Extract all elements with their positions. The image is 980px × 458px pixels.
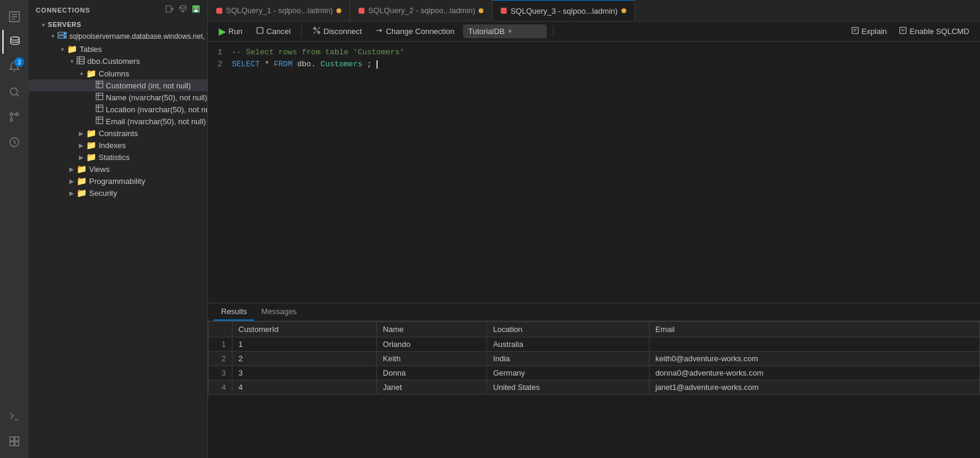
- svg-point-4: [11, 37, 20, 41]
- new-connection-icon[interactable]: [166, 5, 174, 15]
- svg-rect-35: [96, 93, 103, 100]
- cell-name-1: Keith: [376, 352, 486, 366]
- change-connection-button[interactable]: Change Connection: [370, 24, 460, 38]
- security-folder-icon: 📁: [76, 188, 87, 198]
- indexes-arrow: ▶: [76, 142, 86, 149]
- cell-name-3: Janet: [376, 380, 486, 395]
- programmability-section[interactable]: ▶ 📁 Programmability: [29, 175, 207, 187]
- tables-section[interactable]: ▾ 📁 Tables: [29, 43, 207, 55]
- table-header-row: CustomerId Name Location Email: [209, 322, 980, 337]
- cell-rownum-0: 1: [209, 337, 232, 352]
- constraints-section[interactable]: ▶ 📁 Constraints: [29, 127, 207, 139]
- disconnect-button[interactable]: Disconnect: [308, 24, 366, 38]
- add-server-icon[interactable]: [179, 5, 187, 15]
- views-section[interactable]: ▶ 📁 Views: [29, 163, 207, 175]
- toolbar: ▶ Run Cancel Disconnect: [208, 21, 980, 42]
- indexes-section[interactable]: ▶ 📁 Indexes: [29, 139, 207, 151]
- extensions-icon[interactable]: [2, 429, 26, 453]
- run-button[interactable]: ▶ Run: [214, 24, 247, 39]
- servers-label: SERVERS: [48, 21, 81, 28]
- chevron-down-icon: ▼: [507, 28, 541, 35]
- column-icon-4: [96, 116, 103, 126]
- cell-rownum-2: 3: [209, 366, 232, 380]
- results-tabs: Results Messages: [208, 303, 980, 321]
- table-name: dbo.Customers: [87, 57, 140, 66]
- columns-section[interactable]: ▾ 📁 Columns: [29, 67, 207, 79]
- svg-rect-15: [10, 442, 14, 446]
- editor-area[interactable]: 1 -- Select rows from table 'Customers' …: [208, 42, 980, 303]
- database-value: TutorialDB: [468, 27, 505, 36]
- files-icon[interactable]: [2, 5, 26, 29]
- tab1-dot: [336, 8, 341, 13]
- cell-location-0: Australia: [487, 337, 650, 352]
- column-email[interactable]: ▶ Email (nvarchar(50), not null): [29, 115, 207, 127]
- cell-name-2: Donna: [376, 366, 486, 380]
- cell-rownum-1: 2: [209, 352, 232, 366]
- tab-bar: SQLQuery_1 - sqlpoo...ladmin) SQLQuery_2…: [208, 0, 980, 21]
- explain-button[interactable]: Explain: [846, 24, 892, 38]
- source-control-icon[interactable]: [2, 105, 26, 129]
- cell-customerid-0: 1: [232, 337, 377, 352]
- editor-line-2: 2 SELECT * FROM dbo. Customers ;: [208, 59, 980, 70]
- line-number-1: 1: [208, 47, 232, 59]
- cell-location-1: India: [487, 352, 650, 366]
- servers-section[interactable]: ▾ SERVERS: [29, 20, 207, 29]
- run-history-icon[interactable]: [2, 130, 26, 154]
- cell-name-0: Orlando: [376, 337, 486, 352]
- tab3-icon: [501, 8, 507, 14]
- messages-tab[interactable]: Messages: [254, 303, 304, 321]
- programmability-label: Programmability: [89, 177, 145, 186]
- th-name: Name: [376, 322, 486, 337]
- columns-label: Columns: [99, 69, 129, 78]
- sidebar-header-actions: 💾: [166, 5, 200, 15]
- servers-arrow: ▾: [38, 21, 48, 28]
- save-icon[interactable]: 💾: [192, 5, 200, 15]
- results-tab[interactable]: Results: [214, 303, 254, 321]
- column-name[interactable]: ▶ Name (nvarchar(50), not null): [29, 91, 207, 103]
- column-location[interactable]: ▶ Location (nvarchar(50), not null): [29, 103, 207, 115]
- statistics-section[interactable]: ▶ 📁 Statistics: [29, 151, 207, 163]
- svg-rect-47: [852, 27, 858, 34]
- connections-icon[interactable]: [2, 30, 26, 54]
- tab-sqlquery2[interactable]: SQLQuery_2 - sqlpoo...ladmin): [350, 0, 492, 21]
- explain-icon: [851, 26, 859, 36]
- security-label: Security: [89, 189, 117, 198]
- column-label-1: CustomerId (int, not null): [106, 81, 191, 90]
- sidebar: CONNECTIONS 💾: [29, 0, 208, 458]
- svg-rect-50: [900, 27, 906, 34]
- tab-sqlquery3[interactable]: SQLQuery_3 - sqlpoo...ladmin): [492, 0, 635, 21]
- svg-rect-28: [77, 57, 84, 64]
- th-email: Email: [649, 322, 979, 337]
- table-customers[interactable]: ▾ dbo.Customers: [29, 55, 207, 67]
- tables-arrow: ▾: [57, 46, 67, 53]
- cell-email-3: janet1@adventure-works.com: [649, 380, 979, 395]
- results-table[interactable]: CustomerId Name Location Email 1 1 Orlan…: [208, 321, 980, 458]
- svg-rect-32: [96, 81, 103, 88]
- tab-sqlquery1[interactable]: SQLQuery_1 - sqlpoo...ladmin): [208, 0, 350, 21]
- svg-point-27: [64, 36, 65, 38]
- database-selector[interactable]: TutorialDB ▼: [463, 24, 547, 38]
- cancel-button[interactable]: Cancel: [251, 24, 295, 38]
- table-row: 4 4 Janet United States janet1@adventure…: [209, 380, 980, 395]
- notifications-icon[interactable]: 3: [2, 55, 26, 79]
- column-customerid[interactable]: ▶ CustomerId (int, not null): [29, 79, 207, 91]
- run-label: Run: [228, 27, 243, 36]
- line-content-2: SELECT * FROM dbo. Customers ;: [232, 59, 980, 70]
- tab2-dot: [479, 8, 483, 13]
- th-customerid: CustomerId: [232, 322, 377, 337]
- cell-email-2: donna0@adventure-works.com: [649, 366, 979, 380]
- main-area: SQLQuery_1 - sqlpoo...ladmin) SQLQuery_2…: [208, 0, 980, 458]
- table-row: 3 3 Donna Germany donna0@adventure-works…: [209, 366, 980, 380]
- server-icon: [57, 30, 67, 42]
- svg-rect-12: [10, 437, 14, 441]
- svg-rect-13: [15, 437, 19, 441]
- security-section[interactable]: ▶ 📁 Security: [29, 187, 207, 199]
- terminal-icon[interactable]: [2, 404, 26, 428]
- cell-customerid-1: 2: [232, 352, 377, 366]
- svg-point-19: [180, 5, 186, 8]
- enable-sqlcmd-button[interactable]: Enable SQLCMD: [894, 24, 974, 38]
- search-icon[interactable]: [2, 80, 26, 104]
- server-item[interactable]: ▾ sqlpoolservername.database.windows.net…: [29, 29, 207, 43]
- svg-point-8: [16, 113, 19, 115]
- views-label: Views: [89, 165, 109, 174]
